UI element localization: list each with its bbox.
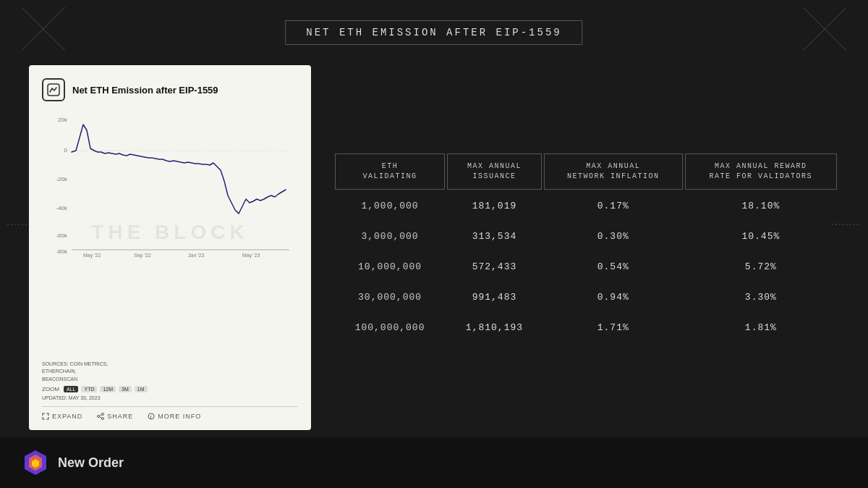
svg-text:i: i (150, 415, 153, 419)
chart-logo-icon (42, 78, 65, 101)
chart-zoom-row: ZOOM ALL YTD 12M 3M 1M (42, 386, 298, 392)
table-row: 30,000,000991,4830.94%3.30% (335, 283, 837, 311)
main-content: Net ETH Emission after EIP-1559 20k 0 -2… (29, 65, 839, 430)
cell-4-0: 100,000,000 (335, 314, 445, 342)
chart-actions: EXPAND SHARE i MORE INFO (42, 406, 298, 420)
svg-text:-40k: -40k (56, 205, 68, 211)
cell-3-1: 991,483 (447, 283, 542, 311)
cell-1-3: 10.45% (685, 222, 837, 251)
cell-0-0: 1,000,000 (335, 192, 445, 220)
col-header-eth-validating: ETHVALIDATING (335, 153, 445, 190)
svg-text:Sep '22: Sep '22 (134, 253, 151, 258)
chart-title: Net ETH Emission after EIP-1559 (72, 85, 218, 96)
svg-point-24 (98, 416, 100, 418)
cell-4-2: 1.71% (544, 314, 683, 342)
page-title: NET ETH EMISSION AFTER EIP-1559 (306, 27, 561, 38)
table-row: 100,000,0001,810,1931.71%1.81% (335, 314, 837, 342)
page-title-container: NET ETH EMISSION AFTER EIP-1559 (285, 20, 582, 45)
cell-2-1: 572,433 (447, 253, 542, 281)
logo-icon (22, 449, 49, 476)
cell-2-2: 0.54% (544, 253, 683, 281)
svg-text:May '23: May '23 (242, 253, 260, 258)
svg-line-1 (22, 7, 65, 51)
svg-line-3 (803, 7, 846, 51)
cell-1-0: 3,000,000 (335, 222, 445, 251)
svg-text:Jan '23: Jan '23 (188, 253, 204, 258)
table-row: 10,000,000572,4330.54%5.72% (335, 253, 837, 281)
zoom-1m-button[interactable]: 1M (135, 386, 148, 392)
logo-text: New Order (58, 455, 124, 471)
cell-3-0: 30,000,000 (335, 283, 445, 311)
zoom-ytd-button[interactable]: YTD (81, 386, 97, 392)
col-header-max-annual-network-inflation: MAX ANNUALNETWORK INFLATION (544, 153, 683, 190)
cell-1-1: 313,534 (447, 222, 542, 251)
more-info-label: MORE INFO (158, 413, 201, 420)
cell-3-2: 0.94% (544, 283, 683, 311)
table-row: 1,000,000181,0190.17%18.10% (335, 192, 837, 220)
svg-text:20k: 20k (58, 117, 68, 123)
table-row: 3,000,000313,5340.30%10.45% (335, 222, 837, 251)
svg-line-26 (100, 415, 102, 416)
svg-text:-60k: -60k (56, 232, 68, 239)
zoom-12m-button[interactable]: 12M (100, 386, 116, 392)
svg-text:May '22: May '22 (83, 253, 101, 258)
cell-1-2: 0.30% (544, 222, 683, 251)
cell-2-3: 5.72% (685, 253, 837, 281)
cell-0-2: 0.17% (544, 192, 683, 220)
chart-updated: UPDATED: MAY 30, 2023 (42, 395, 298, 400)
expand-button[interactable]: EXPAND (42, 413, 82, 420)
share-label: SHARE (107, 413, 133, 420)
cell-0-3: 18.10% (685, 192, 837, 220)
expand-label: EXPAND (52, 413, 82, 420)
footer: New Order (0, 437, 868, 488)
svg-point-25 (102, 418, 104, 420)
chart-sources: SOURCES: COIN METRICS, ETHERCHAIN, BEACO… (42, 361, 298, 384)
zoom-3m-button[interactable]: 3M (119, 386, 132, 392)
zoom-all-button[interactable]: ALL (64, 386, 78, 392)
more-info-button[interactable]: i MORE INFO (148, 413, 201, 420)
col-header-max-annual-issuance: MAX ANNUALISSUANCE (447, 153, 542, 190)
col-header-max-annual-reward-rate: MAX ANNUAL REWARDRATE FOR VALIDATORS (685, 153, 837, 190)
logo-container: New Order (22, 449, 124, 476)
data-table: ETHVALIDATING MAX ANNUALISSUANCE MAX ANN… (333, 151, 839, 344)
svg-line-27 (100, 417, 102, 418)
cell-2-0: 10,000,000 (335, 253, 445, 281)
data-table-container: ETHVALIDATING MAX ANNUALISSUANCE MAX ANN… (333, 65, 839, 430)
chart-header: Net ETH Emission after EIP-1559 (42, 78, 298, 101)
svg-point-23 (102, 413, 104, 416)
chart-area: 20k 0 -20k -40k -60k -80k May '22 Sep '2… (42, 109, 298, 356)
share-icon (97, 413, 104, 420)
info-icon: i (148, 413, 155, 420)
cell-0-1: 181,019 (447, 192, 542, 220)
share-button[interactable]: SHARE (97, 413, 133, 420)
cell-4-1: 1,810,193 (447, 314, 542, 342)
cell-4-3: 1.81% (685, 314, 837, 342)
svg-text:-20k: -20k (56, 176, 68, 182)
chart-card: Net ETH Emission after EIP-1559 20k 0 -2… (29, 65, 311, 430)
svg-text:-80k: -80k (56, 248, 68, 255)
svg-line-2 (803, 7, 846, 51)
cell-3-3: 3.30% (685, 283, 837, 311)
svg-line-0 (22, 7, 65, 51)
svg-text:0: 0 (64, 147, 68, 153)
zoom-label: ZOOM (42, 386, 59, 392)
expand-icon (42, 413, 49, 420)
